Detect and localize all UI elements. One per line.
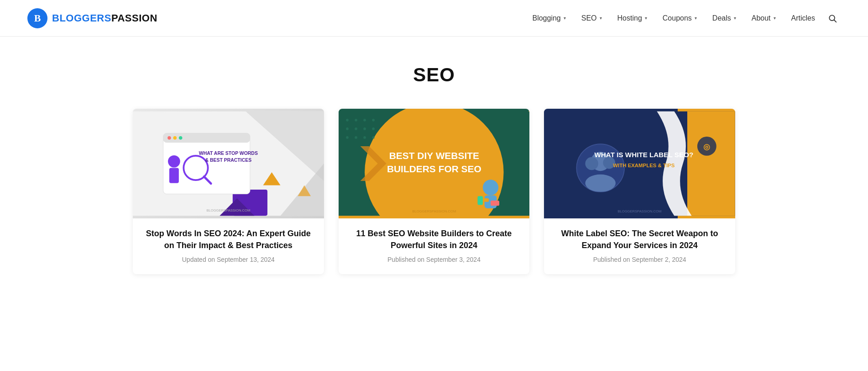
svg-point-12: [173, 136, 177, 140]
chevron-down-icon: ▾: [695, 16, 697, 21]
main-nav: Blogging ▾ SEO ▾ Hosting ▾ Coupons ▾ Dea…: [526, 10, 841, 26]
chevron-down-icon: ▾: [734, 16, 736, 21]
svg-text:BUILDERS FOR SEO: BUILDERS FOR SEO: [387, 164, 481, 174]
search-button[interactable]: [824, 10, 841, 26]
nav-item-blogging[interactable]: Blogging ▾: [526, 11, 572, 26]
svg-text:BEST DIY WEBSITE: BEST DIY WEBSITE: [389, 150, 479, 161]
svg-point-34: [372, 136, 375, 139]
svg-line-1: [834, 20, 837, 22]
page-title: SEO: [133, 64, 735, 86]
card-image-2: BEST DIY WEBSITE BUILDERS FOR SEO BLOGGE…: [339, 109, 530, 218]
svg-point-13: [179, 136, 183, 140]
svg-point-30: [372, 127, 375, 130]
nav-item-about[interactable]: About ▾: [745, 11, 782, 26]
chevron-down-icon: ▾: [645, 16, 647, 21]
main-content: SEO: [115, 37, 753, 292]
card-date-1: Updated on September 13, 2024: [144, 256, 313, 263]
card-illustration-3: WHAT IS WHITE LABEL SEO? WITH EXAMPLES &…: [544, 109, 735, 218]
article-card-1[interactable]: WHAT ARE STOP WORDS & BEST PRACTICES BLO…: [133, 109, 324, 274]
svg-point-23: [346, 119, 349, 122]
svg-text:WITH EXAMPLES & TIPS: WITH EXAMPLES & TIPS: [613, 163, 675, 168]
card-body-2: 11 Best SEO Website Builders to Create P…: [339, 218, 530, 274]
article-card-3[interactable]: WHAT IS WHITE LABEL SEO? WITH EXAMPLES &…: [544, 109, 735, 274]
svg-text:BLOGGERSPASSION.COM: BLOGGERSPASSION.COM: [412, 209, 456, 213]
card-date-3: Published on September 2, 2024: [555, 256, 724, 263]
chevron-down-icon: ▾: [564, 16, 566, 21]
svg-point-24: [355, 119, 357, 122]
chevron-down-icon: ▾: [774, 16, 776, 21]
svg-point-16: [168, 155, 180, 168]
svg-rect-45: [687, 111, 735, 216]
nav-item-articles[interactable]: Articles: [785, 11, 821, 26]
card-image-3: WHAT IS WHITE LABEL SEO? WITH EXAMPLES &…: [544, 109, 735, 218]
svg-text:BLOGGERSPASSION.COM: BLOGGERSPASSION.COM: [618, 209, 662, 213]
card-body-3: White Label SEO: The Secret Weapon to Ex…: [544, 218, 735, 274]
site-header: B BLOGGERSPASSION Blogging ▾ SEO ▾ Hosti…: [0, 0, 868, 37]
svg-point-33: [363, 136, 366, 139]
svg-text:◎: ◎: [704, 143, 711, 151]
svg-point-25: [363, 119, 366, 122]
svg-point-26: [372, 119, 375, 122]
card-title-3: White Label SEO: The Secret Weapon to Ex…: [555, 228, 724, 251]
nav-item-seo[interactable]: SEO ▾: [575, 11, 608, 26]
nav-item-coupons[interactable]: Coupons ▾: [656, 11, 703, 26]
article-card-2[interactable]: BEST DIY WEBSITE BUILDERS FOR SEO BLOGGE…: [339, 109, 530, 274]
cards-grid: WHAT ARE STOP WORDS & BEST PRACTICES BLO…: [133, 109, 735, 274]
svg-point-48: [586, 175, 616, 192]
page-title-section: SEO: [133, 64, 735, 86]
search-icon: [828, 14, 837, 23]
site-logo[interactable]: B BLOGGERSPASSION: [27, 8, 157, 28]
svg-text:WHAT IS WHITE LABEL SEO?: WHAT IS WHITE LABEL SEO?: [595, 151, 694, 159]
svg-point-28: [355, 127, 357, 130]
logo-text: BLOGGERSPASSION: [52, 12, 157, 24]
card-illustration-1: WHAT ARE STOP WORDS & BEST PRACTICES BLO…: [133, 109, 324, 218]
logo-icon: B: [27, 8, 47, 28]
card-title-2: 11 Best SEO Website Builders to Create P…: [350, 228, 519, 251]
svg-point-32: [355, 136, 357, 139]
svg-text:BLOGGERSPASSION.COM: BLOGGERSPASSION.COM: [206, 208, 250, 212]
svg-point-27: [346, 127, 349, 130]
chevron-down-icon: ▾: [600, 16, 602, 21]
nav-item-deals[interactable]: Deals ▾: [706, 11, 743, 26]
svg-point-38: [483, 180, 498, 195]
svg-point-11: [167, 136, 171, 140]
svg-rect-42: [477, 196, 482, 205]
card-title-1: Stop Words In SEO 2024: An Expert Guide …: [144, 228, 313, 251]
svg-point-29: [363, 127, 366, 130]
card-body-1: Stop Words In SEO 2024: An Expert Guide …: [133, 218, 324, 274]
svg-text:WHAT ARE STOP WORDS: WHAT ARE STOP WORDS: [199, 151, 258, 156]
card-image-1: WHAT ARE STOP WORDS & BEST PRACTICES BLO…: [133, 109, 324, 218]
svg-rect-17: [169, 168, 179, 183]
svg-point-49: [586, 157, 599, 170]
card-illustration-2: BEST DIY WEBSITE BUILDERS FOR SEO BLOGGE…: [339, 109, 530, 218]
svg-rect-40: [482, 198, 489, 202]
nav-item-hosting[interactable]: Hosting ▾: [611, 11, 654, 26]
svg-text:& BEST PRACTICES: & BEST PRACTICES: [205, 158, 252, 163]
svg-rect-41: [491, 201, 499, 206]
card-date-2: Published on September 3, 2024: [350, 256, 519, 263]
svg-point-31: [346, 136, 349, 139]
